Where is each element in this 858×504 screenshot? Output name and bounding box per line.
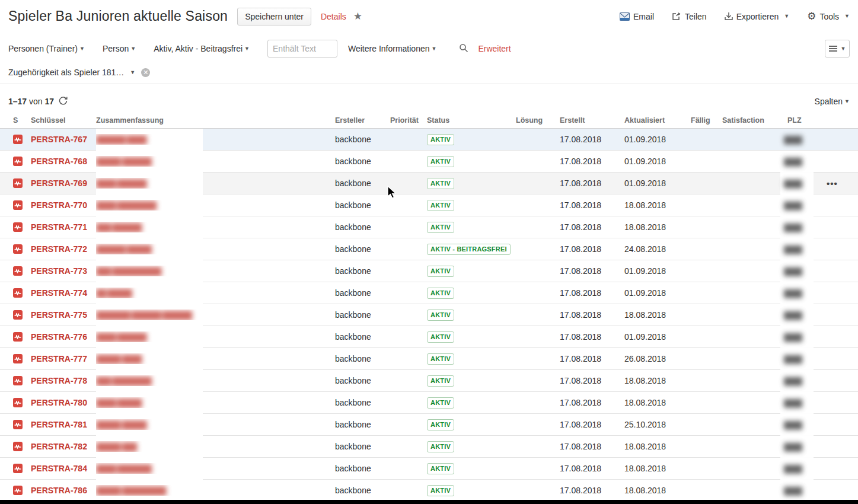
creator-cell: backbone <box>335 157 371 166</box>
col-header-type[interactable]: S <box>13 116 31 125</box>
issue-key-link[interactable]: PERSTRA-778 <box>31 376 87 385</box>
favorite-star-icon[interactable]: ★ <box>353 10 362 23</box>
col-header-priority[interactable]: Priorität <box>390 116 427 125</box>
advanced-search-link[interactable]: Erweitert <box>478 44 511 53</box>
created-date-cell: 17.08.2018 <box>560 135 601 144</box>
table-row[interactable]: PERSTRA-770 ████ ████████ backbone AKTIV… <box>0 194 858 216</box>
issue-key-link[interactable]: PERSTRA-775 <box>31 310 87 320</box>
chevron-down-icon: ▼ <box>784 14 789 19</box>
issue-summary-redacted[interactable]: ████ ████████ <box>96 201 156 210</box>
col-header-satisfaction[interactable]: Satisfaction <box>722 116 787 125</box>
issue-key-link[interactable]: PERSTRA-777 <box>31 354 87 363</box>
col-header-created[interactable]: Erstellt <box>560 116 624 125</box>
issue-key-link[interactable]: PERSTRA-770 <box>31 200 87 210</box>
issue-summary-redacted[interactable]: ████ ███████ <box>96 464 151 473</box>
table-row[interactable]: PERSTRA-771 ███ ██████ backbone AKTIV 17… <box>0 216 858 238</box>
table-row[interactable]: PERSTRA-781 █████ █████ backbone AKTIV 1… <box>0 414 858 436</box>
row-actions-button[interactable]: ••• <box>823 177 841 190</box>
issue-summary-redacted[interactable]: ███ ████████ <box>96 377 151 385</box>
col-header-creator[interactable]: Ersteller <box>335 116 390 125</box>
updated-date-cell: 25.10.2018 <box>624 420 666 429</box>
updated-date-cell: 01.09.2018 <box>624 178 666 188</box>
remove-filter-icon[interactable]: ✕ <box>141 68 150 77</box>
col-header-plz[interactable]: PLZ <box>787 116 823 125</box>
columns-dropdown[interactable]: Spalten ▼ <box>815 97 850 106</box>
issue-key-link[interactable]: PERSTRA-774 <box>31 288 87 298</box>
search-button[interactable] <box>459 43 468 55</box>
table-row[interactable]: PERSTRA-776 ████ ██████ backbone AKTIV 1… <box>0 326 858 348</box>
plz-cell-redacted: ████ <box>784 202 802 210</box>
col-header-due[interactable]: Fällig <box>691 116 722 125</box>
save-as-button[interactable]: Speichern unter <box>237 8 311 25</box>
updated-date-cell: 18.08.2018 <box>624 442 666 451</box>
gear-icon: ⚙ <box>807 11 816 21</box>
issue-summary-redacted[interactable]: ███ ██████████ <box>96 267 161 276</box>
col-header-resolution[interactable]: Lösung <box>516 116 560 125</box>
updated-date-cell: 18.08.2018 <box>624 376 666 385</box>
filter-project-dropdown[interactable]: Personen (Trainer) ▼ <box>8 44 85 53</box>
issue-key-link[interactable]: PERSTRA-781 <box>31 420 87 429</box>
issue-summary-redacted[interactable]: █████ ████ <box>96 355 142 363</box>
share-button[interactable]: Teilen <box>672 12 707 21</box>
issue-summary-redacted[interactable]: ██████ ████ <box>96 135 146 144</box>
table-row[interactable]: PERSTRA-780 ████ █████ backbone AKTIV 17… <box>0 392 858 414</box>
issue-summary-redacted[interactable]: ████ ██████ <box>96 333 146 342</box>
table-row[interactable]: PERSTRA-786 █████ █████████ backbone AKT… <box>0 480 858 502</box>
filter-type-dropdown[interactable]: Person ▼ <box>103 44 136 53</box>
table-row[interactable]: PERSTRA-777 █████ ████ backbone AKTIV 17… <box>0 348 858 370</box>
contains-text-input[interactable] <box>267 40 337 58</box>
updated-date-cell: 18.08.2018 <box>624 200 666 210</box>
issue-key-link[interactable]: PERSTRA-786 <box>31 486 87 495</box>
table-row[interactable]: PERSTRA-782 █████ ███ backbone AKTIV 17.… <box>0 436 858 458</box>
export-button[interactable]: Exportieren ▼ <box>725 12 790 21</box>
issue-summary-redacted[interactable]: █████ █████████ <box>96 486 166 495</box>
table-row[interactable]: PERSTRA-778 ███ ████████ backbone AKTIV … <box>0 370 858 392</box>
col-header-updated[interactable]: Aktualisiert <box>624 116 691 125</box>
table-row[interactable]: PERSTRA-769 ████ ██████ backbone AKTIV 1… <box>0 173 858 194</box>
details-link[interactable]: Details <box>321 12 346 21</box>
plz-cell-redacted: ████ <box>784 421 802 429</box>
bottom-edge-bar <box>0 500 858 504</box>
tools-button[interactable]: ⚙ Tools ▼ <box>807 11 850 21</box>
table-row[interactable]: PERSTRA-772 ██████ █████ backbone AKTIV … <box>0 238 858 260</box>
plz-cell-redacted: ████ <box>784 333 802 342</box>
status-badge: AKTIV <box>427 156 454 167</box>
table-row[interactable]: PERSTRA-784 ████ ███████ backbone AKTIV … <box>0 458 858 480</box>
updated-date-cell: 01.09.2018 <box>624 332 666 342</box>
issue-key-link[interactable]: PERSTRA-773 <box>31 266 87 276</box>
view-switcher-button[interactable]: ▼ <box>825 40 850 58</box>
table-row[interactable]: PERSTRA-775 ███████ ██████ ██████ backbo… <box>0 304 858 326</box>
issue-summary-redacted[interactable]: ███ ██████ <box>96 223 142 232</box>
more-criteria-dropdown[interactable]: Weitere Informationen ▼ <box>348 44 436 53</box>
filter-status-dropdown[interactable]: Aktiv, Aktiv - Beitragsfrei ▼ <box>154 44 250 53</box>
col-header-status[interactable]: Status <box>427 116 516 125</box>
table-row[interactable]: PERSTRA-774 ██ █████ backbone AKTIV 17.0… <box>0 282 858 304</box>
issue-key-link[interactable]: PERSTRA-769 <box>31 178 87 188</box>
issue-summary-redacted[interactable]: █████ ██████ <box>96 157 151 166</box>
issue-summary-redacted[interactable]: █████ ███ <box>96 442 136 451</box>
issue-key-link[interactable]: PERSTRA-782 <box>31 442 87 451</box>
issue-summary-redacted[interactable]: █████ █████ <box>96 420 146 429</box>
issue-summary-redacted[interactable]: ██ █████ <box>96 289 132 298</box>
col-header-summary[interactable]: Zusammenfassung <box>96 116 335 125</box>
refresh-button[interactable] <box>59 96 68 107</box>
email-button[interactable]: Email <box>620 12 654 21</box>
table-row[interactable]: PERSTRA-767 ██████ ████ backbone AKTIV 1… <box>0 129 858 151</box>
issue-key-link[interactable]: PERSTRA-771 <box>31 222 87 232</box>
issue-summary-redacted[interactable]: ████ ██████ <box>96 179 146 188</box>
table-row[interactable]: PERSTRA-768 █████ ██████ backbone AKTIV … <box>0 151 858 173</box>
issue-key-link[interactable]: PERSTRA-784 <box>31 464 87 473</box>
issue-key-link[interactable]: PERSTRA-776 <box>31 332 87 342</box>
plz-cell-redacted: ████ <box>784 487 802 495</box>
plz-cell-redacted: ████ <box>784 267 802 276</box>
issue-key-link[interactable]: PERSTRA-780 <box>31 398 87 407</box>
issue-key-link[interactable]: PERSTRA-767 <box>31 135 87 144</box>
issue-summary-redacted[interactable]: ████ █████ <box>96 398 142 407</box>
table-row[interactable]: PERSTRA-773 ███ ██████████ backbone AKTI… <box>0 260 858 282</box>
issue-summary-redacted[interactable]: ██████ █████ <box>96 245 151 254</box>
issue-key-link[interactable]: PERSTRA-768 <box>31 157 87 166</box>
issue-key-link[interactable]: PERSTRA-772 <box>31 244 87 254</box>
col-header-key[interactable]: Schlüssel <box>31 116 96 125</box>
issue-summary-redacted[interactable]: ███████ ██████ ██████ <box>96 311 192 320</box>
membership-filter-dropdown[interactable]: Zugehörigkeit als Spieler 181… ▼ <box>8 68 135 77</box>
